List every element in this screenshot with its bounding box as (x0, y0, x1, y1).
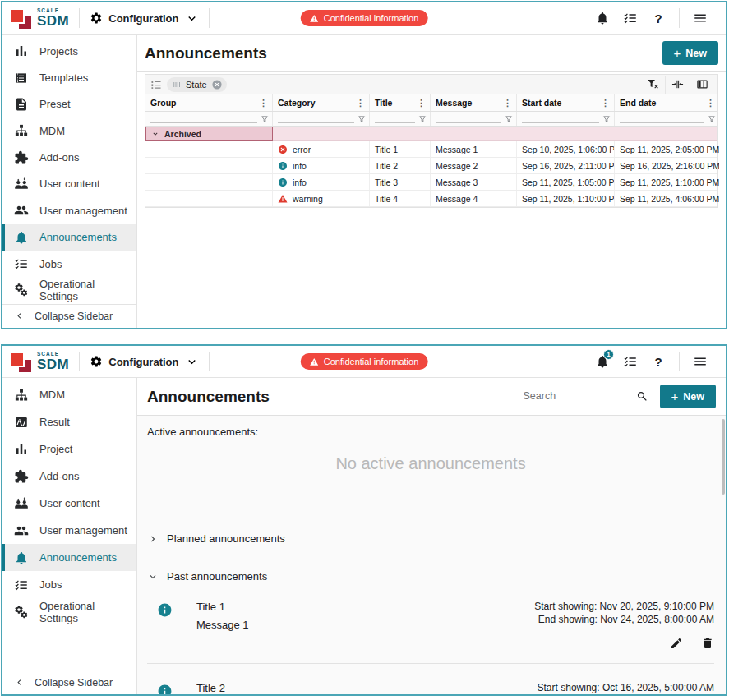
app-logo[interactable]: SCALE SDM (11, 352, 69, 372)
collapse-sidebar-button[interactable]: Collapse Sidebar (2, 304, 136, 328)
funnel-icon[interactable] (602, 115, 611, 123)
filter-cell-message[interactable] (431, 112, 517, 126)
sidebar: Projects Templates Preset MDM Add-ons Us… (2, 35, 137, 328)
sidebar-item-preset[interactable]: Preset (2, 91, 136, 117)
funnel-icon[interactable] (505, 115, 513, 123)
message-value: Message 2 (431, 158, 517, 173)
column-menu-icon[interactable]: ⋮ (354, 98, 367, 108)
filter-cell-end-date[interactable] (615, 112, 719, 126)
table-group-panel: State (145, 75, 717, 94)
column-header-title[interactable]: Title⋮ (370, 94, 431, 111)
column-header-message[interactable]: Message⋮ (431, 94, 517, 111)
divider (209, 8, 210, 28)
past-announcements-toggle[interactable]: Past announcements (147, 570, 714, 583)
collapse-sidebar-button[interactable]: Collapse Sidebar (2, 670, 136, 694)
column-menu-icon[interactable]: ⋮ (501, 98, 514, 108)
table-row[interactable]: warning Title 4 Message 4 Sep 11, 2025, … (145, 191, 717, 207)
column-menu-icon[interactable]: ⋮ (704, 98, 717, 108)
configuration-label: Configuration (108, 12, 178, 25)
table-row[interactable]: error Title 1 Message 1 Sep 10, 2025, 1:… (145, 141, 717, 158)
sidebar-item-user-management[interactable]: User management (2, 517, 136, 544)
sidebar-item-mdm[interactable]: MDM (2, 117, 136, 144)
funnel-icon[interactable] (708, 115, 716, 123)
configuration-menu[interactable]: Configuration (90, 12, 198, 25)
sidebar-item-label: Templates (39, 71, 88, 84)
sidebar-item-jobs[interactable]: Jobs (2, 251, 136, 277)
sidebar-item-project[interactable]: Project (2, 435, 136, 463)
help-button[interactable]: ? (644, 4, 672, 32)
sidebar-item-addons[interactable]: Add-ons (2, 463, 136, 490)
funnel-icon[interactable] (261, 115, 269, 123)
panel-top: SCALE SDM Configuration Confidential inf… (1, 1, 727, 329)
funnel-icon[interactable] (418, 115, 427, 123)
start-date-value: Sep 11, 2025, 1:10:00 PM (517, 191, 615, 206)
main-menu-button[interactable] (686, 4, 714, 32)
filter-cell-group[interactable] (145, 112, 273, 126)
chevron-right-icon (147, 533, 159, 545)
sidebar-item-label: User content (39, 177, 100, 190)
table-row[interactable]: info Title 2 Message 2 Sep 16, 2025, 2:1… (145, 158, 717, 174)
filter-cell-start-date[interactable] (517, 112, 615, 126)
end-showing-text: End showing: Nov 24, 2025, 8:00:00 AM (534, 614, 714, 627)
sidebar-item-user-content[interactable]: User content (2, 490, 136, 517)
sidebar-item-announcements[interactable]: Announcements (2, 224, 136, 251)
clear-filters-button[interactable] (640, 76, 665, 94)
filter-clear-icon (647, 78, 659, 90)
new-announcement-button[interactable]: + New (662, 41, 718, 65)
message-value: Message 4 (431, 191, 517, 206)
sidebar-item-mdm[interactable]: MDM (2, 381, 136, 408)
scrollbar-thumb[interactable] (722, 419, 725, 495)
column-chooser-button[interactable] (690, 76, 714, 94)
sidebar-item-projects[interactable]: Projects (2, 38, 136, 64)
app-logo[interactable]: SCALE SDM (11, 8, 69, 29)
edit-icon[interactable] (670, 637, 683, 650)
category-value: error (293, 145, 311, 154)
new-announcement-button[interactable]: + New (660, 385, 716, 408)
notifications-button[interactable] (588, 4, 616, 32)
notifications-button[interactable]: 1 (588, 348, 616, 375)
page-title: Announcements (145, 44, 267, 62)
search-icon[interactable] (636, 390, 648, 403)
task-list-button[interactable] (616, 348, 644, 375)
close-icon[interactable] (211, 79, 223, 90)
search-input[interactable] (524, 390, 631, 402)
chevron-left-icon (14, 677, 25, 688)
chevron-down-icon[interactable] (151, 130, 159, 138)
category-value: warning (293, 194, 323, 204)
puzzle-icon (14, 150, 29, 165)
autofit-columns-button[interactable] (665, 76, 690, 94)
sidebar-item-addons[interactable]: Add-ons (2, 144, 136, 170)
group-row-archived[interactable]: Archived (145, 127, 717, 141)
plus-icon: + (674, 47, 681, 59)
configuration-menu[interactable]: Configuration (90, 355, 198, 369)
column-menu-icon[interactable]: ⋮ (599, 98, 611, 108)
table-row[interactable]: info Title 3 Message 3 Sep 11, 2025, 1:0… (145, 174, 717, 191)
sidebar-item-operational-settings[interactable]: Operational Settings (2, 598, 136, 625)
main-menu-button[interactable] (686, 348, 714, 375)
sidebar-item-result[interactable]: Result (2, 408, 136, 435)
column-header-start-date[interactable]: Start date⋮ (517, 94, 615, 111)
sidebar-item-announcements[interactable]: Announcements (2, 544, 136, 571)
sidebar-item-operational-settings[interactable]: Operational Settings (2, 277, 136, 303)
planned-announcements-toggle[interactable]: Planned announcements (147, 532, 714, 545)
start-date-value: Sep 11, 2025, 1:05:00 PM (517, 174, 615, 190)
column-menu-icon[interactable]: ⋮ (257, 98, 270, 108)
funnel-icon[interactable] (358, 115, 366, 123)
sidebar-item-user-content[interactable]: User content (2, 171, 136, 197)
column-header-category[interactable]: Category⋮ (273, 94, 370, 111)
help-button[interactable]: ? (644, 348, 672, 375)
gear-icon (90, 12, 103, 25)
filter-cell-title[interactable] (370, 112, 431, 126)
chevron-down-icon (185, 12, 199, 25)
sidebar-item-templates[interactable]: Templates (2, 64, 136, 90)
column-menu-icon[interactable]: ⋮ (415, 98, 427, 108)
confidential-badge-label: Confidential information (324, 357, 419, 366)
sidebar-item-jobs[interactable]: Jobs (2, 571, 136, 598)
filter-cell-category[interactable] (273, 112, 370, 126)
delete-icon[interactable] (701, 637, 714, 650)
column-header-end-date[interactable]: End date⋮ (615, 94, 719, 111)
sidebar-item-user-management[interactable]: User management (2, 197, 136, 223)
column-header-group[interactable]: Group⋮ (145, 94, 273, 111)
group-chip-state[interactable]: State (167, 77, 227, 92)
task-list-button[interactable] (616, 4, 644, 32)
